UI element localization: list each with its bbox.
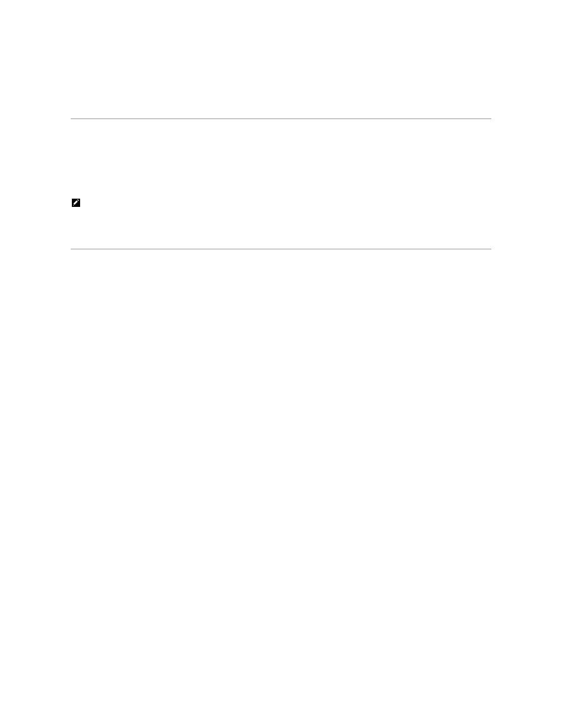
note-icon [72, 199, 80, 207]
horizontal-rule [71, 118, 491, 119]
horizontal-rule [71, 249, 491, 249]
